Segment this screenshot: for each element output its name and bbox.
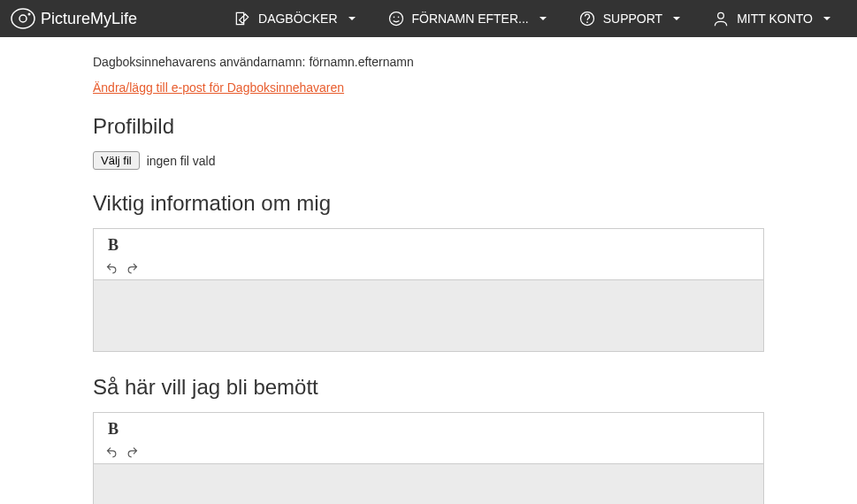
- profile-heading: Profilbild: [93, 114, 764, 139]
- caret-icon: [823, 17, 830, 20]
- book-pencil-icon: [233, 10, 251, 27]
- svg-point-8: [718, 12, 724, 19]
- editor-toolbar: B: [94, 229, 763, 280]
- svg-point-0: [11, 9, 34, 28]
- svg-point-1: [19, 15, 27, 22]
- svg-point-5: [397, 17, 399, 19]
- undo-icon[interactable]: [104, 262, 117, 274]
- nav-name[interactable]: FÖRNAMN EFTER...: [371, 10, 562, 27]
- caret-icon: [539, 17, 547, 20]
- help-icon: [578, 10, 596, 27]
- caret-icon: [348, 17, 356, 20]
- nav-items: DAGBÖCKER FÖRNAMN EFTER... SUPPORT: [218, 10, 846, 27]
- edit-email-link[interactable]: Ändra/lägg till e-post för Dagboksinneha…: [93, 80, 344, 95]
- caret-icon: [673, 17, 680, 20]
- redo-icon[interactable]: [127, 446, 140, 458]
- nav-account-label: MITT KONTO: [737, 11, 813, 26]
- nav-name-label: FÖRNAMN EFTER...: [412, 11, 529, 26]
- navbar: PictureMyLife DAGBÖCKER FÖRNAMN EFTER...: [0, 0, 857, 37]
- important-heading: Viktig information om mig: [93, 191, 764, 216]
- file-status: ingen fil vald: [147, 154, 216, 168]
- important-editor: B: [93, 228, 764, 352]
- important-editor-content[interactable]: [94, 280, 763, 351]
- svg-point-4: [393, 17, 394, 19]
- smile-icon: [387, 10, 405, 27]
- treatment-heading: Så här vill jag bli bemött: [93, 375, 764, 400]
- logo-icon: [11, 8, 35, 29]
- owner-username: Dagboksinnehavarens användarnamn: förnam…: [93, 55, 764, 69]
- nav-support-label: SUPPORT: [603, 11, 662, 26]
- nav-account[interactable]: MITT KONTO: [696, 10, 846, 27]
- logo[interactable]: PictureMyLife: [11, 8, 137, 29]
- main-content: Dagboksinnehavarens användarnamn: förnam…: [0, 37, 857, 504]
- bold-button[interactable]: B: [103, 418, 124, 440]
- svg-point-2: [28, 13, 31, 16]
- bold-button[interactable]: B: [103, 234, 124, 256]
- editor-toolbar: B: [94, 413, 763, 464]
- nav-support[interactable]: SUPPORT: [562, 10, 696, 27]
- nav-diaries[interactable]: DAGBÖCKER: [218, 10, 371, 27]
- redo-icon[interactable]: [127, 262, 140, 274]
- treatment-editor-content[interactable]: [94, 464, 763, 504]
- undo-icon[interactable]: [104, 446, 117, 458]
- nav-diaries-label: DAGBÖCKER: [258, 11, 337, 26]
- treatment-editor: B: [93, 412, 764, 504]
- svg-point-7: [586, 21, 588, 23]
- logo-text: PictureMyLife: [41, 10, 137, 28]
- svg-point-3: [389, 12, 402, 26]
- file-choose-button[interactable]: Välj fil: [93, 151, 140, 170]
- user-icon: [712, 10, 730, 27]
- file-row: Välj fil ingen fil vald: [93, 151, 764, 170]
